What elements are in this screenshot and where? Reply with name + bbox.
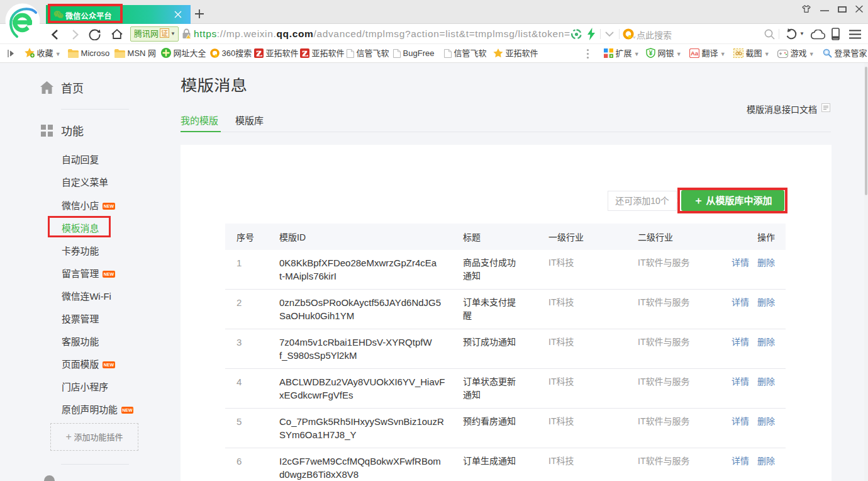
- svg-text:Aa: Aa: [691, 50, 699, 57]
- svg-text:¥: ¥: [649, 50, 653, 57]
